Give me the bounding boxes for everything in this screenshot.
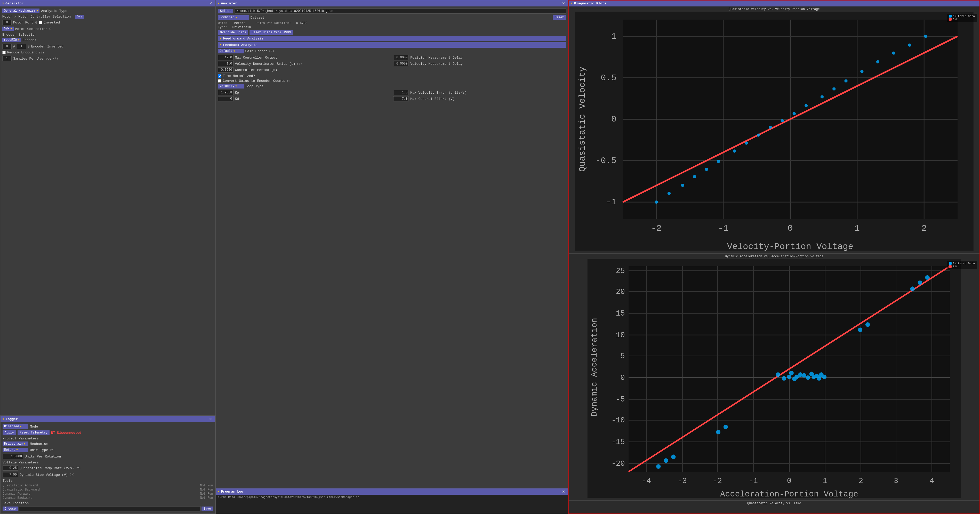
analyzer-close-button[interactable]: ✕ — [561, 1, 566, 5]
program-log-close-button[interactable]: ✕ — [561, 490, 566, 493]
test-qf-name: Quasistatic Forward — [3, 484, 38, 487]
svg-text:-10: -10 — [611, 416, 625, 425]
test-qb-name: Quasistatic Backward — [3, 488, 40, 492]
program-log-triangle-icon: ▼ — [218, 490, 220, 493]
vel-delay-input[interactable] — [393, 61, 409, 66]
units-per-rotation-gen-input[interactable] — [3, 454, 23, 459]
samples-per-avg-input[interactable] — [2, 56, 12, 61]
gain-preset-row: Default ▼ Gain Preset (?) — [218, 49, 566, 53]
program-log-header: ▼ Program Log ✕ — [216, 489, 568, 495]
feedback-params-grid: Max Controller Output Position Measureme… — [218, 55, 566, 66]
svg-point-23 — [655, 201, 658, 204]
test-qb-status: Not Run — [200, 488, 213, 492]
feedforward-section-bar[interactable]: ▶ Feedforward Analysis — [218, 36, 566, 41]
svg-text:2: 2 — [921, 223, 927, 233]
info-type-label: Type: — [218, 25, 228, 29]
reset-button[interactable]: Reset — [553, 15, 566, 20]
dataset-arrow-icon: ▼ — [235, 16, 237, 19]
logger-actions-row: Apply Reset Telemetry NT Disconnected — [3, 430, 213, 435]
plot-2-fit-dot — [949, 265, 951, 268]
reduce-encoding-row: Reduce Encoding (?) — [2, 51, 213, 54]
motor-controller-row: PWM ▼ Motor Controller 0 — [2, 27, 213, 31]
unit-type-dropdown[interactable]: Meters ▼ — [3, 448, 29, 452]
general-mechanism-dropdown[interactable]: General Mechanism ▼ — [2, 8, 40, 13]
svg-point-35 — [805, 104, 808, 107]
mechanism-dropdown[interactable]: Drivetrain ▼ — [3, 441, 29, 446]
save-path-input[interactable] — [19, 506, 200, 511]
svg-point-37 — [832, 87, 835, 90]
choose-button[interactable]: Choose — [3, 506, 18, 511]
mode-dropdown[interactable]: Disabled ▼ — [3, 424, 29, 429]
svg-text:Acceleration-Portion Voltage: Acceleration-Portion Voltage — [720, 489, 858, 498]
quasistatic-ramp-input[interactable] — [3, 465, 18, 471]
reset-telemetry-button[interactable]: Reset Telemetry — [18, 430, 49, 435]
reset-units-button[interactable]: Reset Units from JSON — [250, 30, 293, 35]
dynamic-step-input[interactable] — [3, 472, 18, 477]
pos-delay-label: Position Measurement Delay — [410, 56, 463, 60]
controller-period-row: Controller Period (s) — [218, 67, 566, 73]
svg-point-101 — [822, 374, 826, 379]
mechanism-label: Mechanism — [30, 442, 48, 446]
kd-input[interactable] — [218, 96, 234, 102]
max-output-input[interactable] — [218, 55, 234, 60]
save-button[interactable]: Save — [202, 506, 213, 511]
svg-text:0: 0 — [611, 114, 616, 124]
plot-2-legend-filtered: Filtered Data — [949, 262, 975, 265]
generator-close-button[interactable]: ✕ — [208, 1, 213, 5]
max-vel-error-input[interactable] — [393, 90, 409, 95]
logger-header: ▼ Logger ✕ — [0, 416, 215, 422]
tests-list: Quasistatic Forward Not Run Quasistatic … — [3, 484, 213, 500]
reduce-encoding-checkbox[interactable] — [2, 51, 6, 54]
program-log-content: INFO: Read /home/piphi5/Projects/sysid_d… — [216, 495, 568, 514]
analyzer-panel: ▼ Analyzer ✕ Select /home/piphi5/Project… — [216, 0, 568, 488]
svg-text:Quasistatic Velocity: Quasistatic Velocity — [577, 67, 587, 172]
info-type-row: Type: Drivetrain — [218, 25, 566, 29]
svg-text:10: 10 — [616, 331, 625, 340]
voltage-params-label: Voltage Parameters — [3, 461, 213, 465]
vel-denom-input[interactable] — [218, 61, 234, 66]
encoder-row: roboRIO ▼ Encoder — [2, 38, 213, 42]
loop-type-dropdown[interactable]: Velocity ▼ — [218, 84, 244, 89]
reduce-encoding-label: Reduce Encoding — [7, 51, 37, 54]
svg-point-33 — [781, 119, 784, 122]
svg-point-42 — [908, 44, 911, 47]
diagnostic-plots-header: ▼ Diagnostic Plots — [569, 0, 980, 6]
pos-delay-input[interactable] — [393, 55, 409, 60]
override-btns: Override Units Reset Units from JSON — [218, 30, 566, 35]
gain-preset-dropdown[interactable]: Default ▼ — [218, 49, 244, 53]
select-button[interactable]: Select — [218, 9, 233, 13]
feedback-section-bar[interactable]: ▼ Feedback Analysis — [218, 42, 566, 48]
encoder-dropdown[interactable]: roboRIO ▼ — [2, 38, 21, 42]
units-per-rotation-gen-row: Units Per Rotation — [3, 454, 213, 459]
kp-input[interactable] — [218, 90, 234, 95]
info-units-row: Units: Meters Units Per Rotation: 0.4788 — [218, 21, 566, 25]
convert-gains-checkbox[interactable] — [218, 79, 221, 83]
plot-1-container: Quasistatic Velocity vs. Velocity-Portio… — [569, 6, 980, 254]
diagnostic-plots-title: Diagnostic Plots — [574, 2, 606, 5]
apply-button[interactable]: Apply — [3, 430, 16, 435]
svg-text:Dynamic Acceleration: Dynamic Acceleration — [589, 318, 599, 416]
motor-controller-dropdown[interactable]: PWM ▼ — [2, 27, 14, 31]
logger-close-button[interactable]: ✕ — [208, 417, 213, 421]
override-units-button[interactable]: Override Units — [218, 30, 248, 35]
svg-text:1: 1 — [611, 32, 616, 41]
plot-2-title: Dynamic Acceleration vs. Acceleration-Po… — [569, 254, 980, 259]
test-row-df: Dynamic Forward Not Run — [3, 492, 213, 496]
encoder-a-label: A — [13, 45, 15, 49]
plot-1-legend-fit: Fit — [949, 18, 975, 21]
max-output-label: Max Controller Output — [235, 56, 277, 60]
encoder-a-input[interactable] — [2, 44, 12, 49]
encoder-b-input[interactable] — [17, 44, 26, 49]
dynamic-step-row: Dynamic Step Voltage (V) (?) — [3, 472, 213, 477]
pos-delay-row: Position Measurement Delay — [393, 55, 566, 60]
svg-point-105 — [663, 458, 668, 463]
controller-period-input[interactable] — [218, 67, 234, 73]
dataset-dropdown[interactable]: Combined ▼ — [218, 15, 249, 20]
svg-text:-3: -3 — [678, 477, 687, 485]
max-control-effort-input[interactable] — [393, 96, 409, 102]
vel-denom-row: Velocity Denominator Units (s) (?) — [218, 61, 391, 66]
time-normalized-checkbox[interactable] — [218, 74, 221, 78]
inverted-checkbox[interactable] — [39, 21, 42, 24]
motor-port-input[interactable] — [2, 20, 12, 25]
add-motor-button[interactable]: (+) — [75, 15, 84, 19]
